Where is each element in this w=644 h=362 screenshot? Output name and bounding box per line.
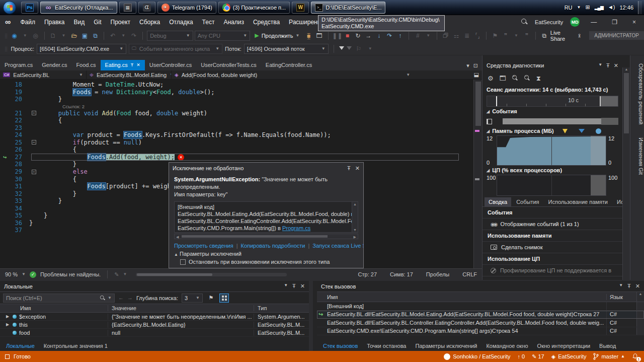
indent-icon[interactable]: ≣ — [462, 32, 471, 39]
locals-titlebar[interactable]: Локальные ▼ Ŧ ✕ — [0, 281, 309, 292]
callstack-scrollbar[interactable] — [636, 311, 644, 319]
stack-frame-row[interactable]: EatSecurity.CMD.Program.Main(string[]) в… — [178, 225, 351, 232]
format-values-toggle[interactable] — [219, 294, 229, 303]
close-button[interactable]: × — [628, 19, 640, 26]
live-share-icon[interactable]: ⧉ — [540, 32, 549, 39]
undo-icon[interactable]: ↶ — [108, 32, 117, 39]
taskbar-window-button[interactable]: (3) Практическое п... — [218, 2, 290, 14]
notifications-button[interactable]: 1 — [632, 353, 639, 360]
diagnostics-timeline[interactable]: 10 с — [487, 96, 618, 107]
menu-средства[interactable]: Средства — [249, 16, 284, 28]
eol-indicator[interactable]: CRLF — [462, 271, 477, 277]
take-snapshot-link[interactable]: Сделать снимок — [482, 242, 622, 253]
menu-проект[interactable]: Проект — [106, 16, 135, 28]
platform-dropdown[interactable]: Any CPU▼ — [195, 31, 251, 41]
callstack-scrollbar[interactable] — [636, 327, 644, 335]
menu-сборка[interactable]: Сборка — [135, 16, 165, 28]
callstack-row[interactable]: ↪EatSecurity.BL.dll!EatSecurity.BL.Model… — [317, 311, 644, 319]
tab-стек-вызовов[interactable]: Стек вызовов — [319, 341, 362, 351]
search-input[interactable]: Поиск (Ctrl+E) ▼ — [3, 294, 115, 303]
menu-файл[interactable]: Файл — [16, 16, 40, 28]
popup-action-link[interactable]: Копировать подробности — [240, 243, 305, 249]
search-depth-dropdown[interactable]: 3▼ — [182, 294, 203, 303]
pin-icon[interactable]: Ŧ — [606, 63, 610, 68]
locals-row[interactable]: ▶this{EatSecurity.BL.Model.Eating}EatSec… — [0, 321, 309, 329]
restore-button[interactable]: ❐ — [608, 19, 621, 26]
stop-icon[interactable]: ■ — [343, 32, 352, 39]
expander-icon[interactable]: ▶ — [6, 322, 10, 327]
step-over-icon[interactable]: ↷ — [385, 32, 394, 39]
toolbar-grip[interactable]: ⣿ — [5, 46, 7, 51]
show-events-link[interactable]: ◉◉ Отображение событий (1 из 1) — [482, 219, 622, 230]
minimize-button[interactable]: — — [587, 19, 601, 26]
taskbar-window-button[interactable]: W — [292, 2, 309, 14]
filter-icon[interactable] — [339, 46, 344, 50]
taskbar-window-button[interactable]: ✈Telegram (1794) — [157, 2, 216, 14]
chevron-down-icon[interactable]: ▼ — [119, 33, 128, 38]
chevron-down-icon[interactable]: ▼ — [512, 33, 521, 38]
tab-eating.cs[interactable]: Eating.csŦ✕ — [101, 60, 145, 70]
new-file-icon[interactable]: 🗋 — [48, 32, 57, 39]
chevron-down-icon[interactable]: ▼ — [59, 33, 68, 38]
callstack-row[interactable]: [Внешний код] — [317, 302, 644, 311]
code-line[interactable]: 24 var product = Foods.Keys.FirstOrDefau… — [0, 131, 473, 139]
flag-icon[interactable]: ⚐ — [354, 45, 363, 52]
exception-error-icon[interactable]: ✕ — [178, 154, 184, 161]
cpu-section-header[interactable]: ◢ЦП (% всех процессоров) — [482, 166, 622, 175]
stack-frame-row[interactable]: [Внешний код] — [178, 203, 351, 210]
save-icon[interactable]: ▣ — [80, 32, 89, 39]
start-button[interactable] — [3, 1, 16, 14]
navigate-back-icon[interactable]: ◉ — [10, 32, 19, 39]
step-out-icon[interactable]: ↑ — [395, 32, 405, 39]
popup-action-link[interactable]: Запуск сеанса Live Share — [312, 243, 364, 249]
project-dropdown[interactable]: C# EatSecurity.BL▼ — [0, 70, 87, 79]
stack-frame-link[interactable]: Program.cs — [282, 225, 310, 231]
menu-правка[interactable]: Правка — [40, 16, 69, 28]
language-indicator[interactable]: RU — [565, 5, 573, 11]
configuration-dropdown[interactable]: Debug▼ — [147, 31, 193, 41]
tab-точки-останова[interactable]: Точки останова — [363, 341, 410, 351]
show-next-statement-icon[interactable]: → — [364, 32, 373, 39]
close-icon[interactable]: ✕ — [355, 166, 360, 171]
network-icon[interactable]: ▂▄▆ — [595, 5, 603, 10]
tab-окно-интерпретации[interactable]: Окно интерпретации — [533, 341, 594, 351]
chevron-down-icon[interactable]: ▼ — [577, 6, 581, 10]
locals-row[interactable]: ▶$exception{"Значение не может быть неоп… — [0, 313, 309, 321]
chevron-down-icon[interactable]: ▼ — [284, 283, 288, 289]
tab-usercontroller.cs[interactable]: UserController.cs — [145, 60, 196, 70]
bookmark-icon[interactable]: ⚑ — [491, 32, 500, 39]
search-icon[interactable] — [521, 19, 528, 25]
diagnostics-titlebar[interactable]: Средства диагностики ▼ Ŧ ✕ — [482, 59, 622, 71]
menu-анализ[interactable]: Анализ — [219, 16, 249, 28]
export-icon[interactable]: 🗔 — [500, 75, 506, 82]
filter-off-icon[interactable] — [347, 46, 352, 50]
code-line[interactable]: ↪27 Foods.Add(food, weight);✕ — [0, 154, 473, 161]
tab-контрольные-значения-1[interactable]: Контрольные значения 1 — [40, 341, 112, 351]
callstack-titlebar[interactable]: Стек вызовов ▼ Ŧ ✕ — [317, 281, 644, 292]
fold-collapse-icon[interactable]: − — [32, 140, 36, 144]
memory-section-header[interactable]: ◢Память процесса (МБ) — [482, 126, 622, 135]
exception-settings-header[interactable]: ▲ Параметры исключений — [169, 249, 363, 257]
line-indicator[interactable]: Стр: 27 — [358, 271, 377, 277]
repo-button[interactable]: Sonhokko / EatSecurity — [444, 353, 510, 360]
lifecycle-events-dropdown[interactable]: 🖵 События жизненного цикла▼ — [129, 44, 222, 54]
stack-frame-row[interactable]: EatSecurity.BL.Controller.EatingControll… — [178, 218, 351, 225]
chevron-down-icon[interactable]: ▼ — [366, 46, 375, 51]
quote-icon[interactable]: ❞ — [501, 32, 510, 39]
tab-gender.cs[interactable]: Gender.cs — [37, 60, 71, 70]
expander-icon[interactable]: ▶ — [6, 314, 10, 319]
break-on-exception-row[interactable]: Остановить при возникновении исключения … — [169, 257, 363, 265]
split-editor-icon[interactable]: ⬓ — [474, 72, 479, 78]
chevron-down-icon[interactable]: ▼ — [123, 272, 127, 276]
prev-result-icon[interactable]: ← — [118, 295, 124, 301]
code-line[interactable]: 19 Foods = new Dictionary<Food, double>(… — [0, 89, 473, 96]
tab-food.cs[interactable]: Food.cs — [71, 60, 100, 70]
taskbar-window-button[interactable]: ᗧ — [138, 2, 155, 14]
pending-changes[interactable]: ✎ 17 — [532, 353, 544, 360]
pen-icon[interactable]: ✎ — [114, 272, 119, 277]
live-share-label[interactable]: Live Share — [550, 30, 573, 42]
save-all-icon[interactable]: ⧉ — [91, 32, 100, 39]
process-dropdown[interactable]: [6504] EatSecurity.CMD.exe▼ — [37, 44, 126, 54]
callstack-scrollbar[interactable]: ▲ — [636, 292, 644, 302]
fold-collapse-icon[interactable]: − — [32, 111, 36, 115]
